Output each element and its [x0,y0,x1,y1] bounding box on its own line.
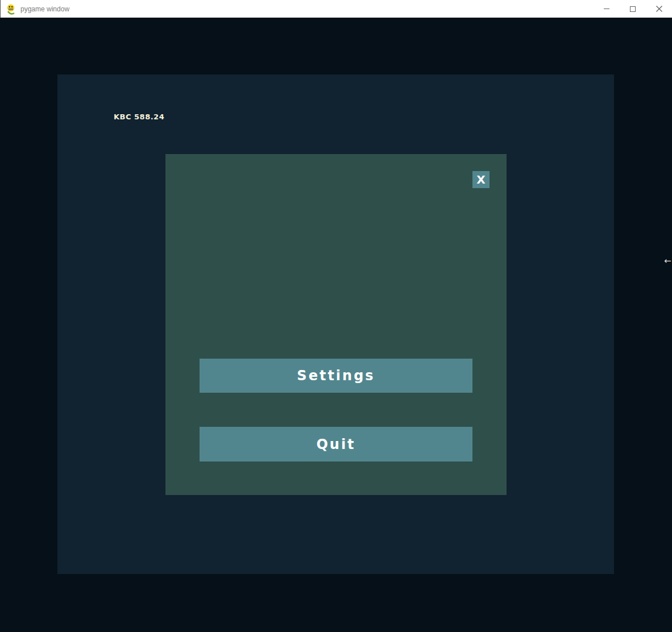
minimize-icon [604,9,609,9]
maximize-icon [630,6,636,12]
settings-button[interactable]: Settings [200,359,472,393]
dialog-close-button[interactable]: X [472,171,490,188]
close-button[interactable] [646,0,672,18]
maximize-button[interactable] [620,0,646,18]
game-stage: KBC 588.24 X Settings Quit ← [0,18,672,632]
quit-button[interactable]: Quit [200,427,472,461]
cursor-arrow-icon: ← [664,257,671,265]
pause-dialog: X Settings Quit [165,154,507,495]
window-controls [594,0,672,18]
pygame-app-icon[interactable] [5,3,16,15]
pygame-window: pygame window KBC 588.24 X Settings Quit [0,0,672,632]
minimize-button[interactable] [594,0,620,18]
score-text: KBC 588.24 [114,113,164,121]
title-bar[interactable]: pygame window [0,0,672,18]
close-icon [656,6,662,12]
window-title: pygame window [20,5,69,13]
